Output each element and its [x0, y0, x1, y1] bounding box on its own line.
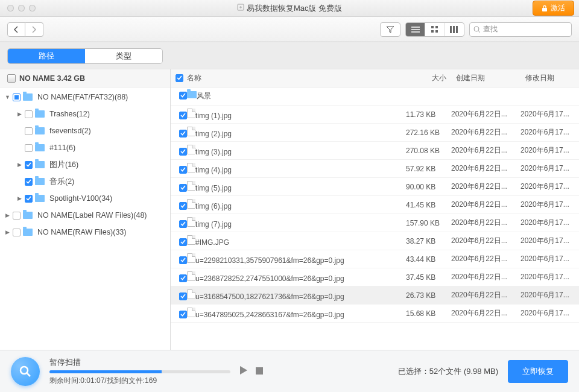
file-row[interactable]: u=3168547500,1827621736&fm=26&gp=0.jpg26…: [171, 286, 579, 305]
folder-icon: [23, 229, 33, 236]
tree-node[interactable]: ▶Spotlight-V100(34): [0, 190, 170, 207]
tree-checkbox[interactable]: [25, 161, 33, 169]
col-name[interactable]: 名称: [171, 73, 406, 83]
file-icon: [187, 181, 195, 191]
expand-icon[interactable]: ▶: [17, 111, 22, 117]
tree-node[interactable]: ▼NO NAME(FAT/FAT32)(88): [0, 89, 170, 106]
tree-checkbox[interactable]: [13, 229, 21, 236]
expand-icon[interactable]: ▼: [5, 94, 10, 100]
tree-checkbox[interactable]: [25, 195, 33, 203]
folder-icon: [187, 91, 197, 98]
forward-button[interactable]: [25, 22, 43, 37]
tree-checkbox[interactable]: [25, 110, 33, 118]
file-row[interactable]: timg (7).jpg157.90 KB2020年6月22日...2020年6…: [171, 214, 579, 232]
search-icon: [473, 26, 481, 33]
columns-icon: [450, 26, 458, 33]
col-size[interactable]: 大小: [406, 73, 451, 83]
row-checkbox[interactable]: [179, 238, 187, 246]
tab-path[interactable]: 路径: [8, 49, 85, 63]
file-create-date: 2020年6月22日...: [451, 109, 520, 119]
row-checkbox[interactable]: [179, 274, 187, 282]
drive-header[interactable]: NO NAME 3.42 GB: [0, 69, 170, 87]
file-row[interactable]: timg (1).jpg11.73 KB2020年6月22日...2020年6月…: [171, 106, 579, 124]
select-all-checkbox[interactable]: [176, 74, 183, 82]
col-modify-date[interactable]: 修改日期: [520, 73, 579, 83]
file-row[interactable]: timg (5).jpg90.00 KB2020年6月22日...2020年6月…: [171, 178, 579, 196]
row-checkbox[interactable]: [179, 311, 187, 318]
file-row[interactable]: timg (6).jpg41.45 KB2020年6月22日...2020年6月…: [171, 196, 579, 214]
file-row[interactable]: u=2368728252,2747551000&fm=26&gp=0.jpg37…: [171, 268, 579, 286]
tree-node[interactable]: #111(6): [0, 139, 170, 156]
file-row[interactable]: #IMG.JPG38.27 KB2020年6月22日...2020年6月17..…: [171, 232, 579, 250]
folder-icon: [23, 212, 33, 219]
file-row[interactable]: timg (3).jpg270.08 KB2020年6月22日...2020年6…: [171, 142, 579, 160]
row-checkbox[interactable]: [179, 166, 187, 174]
tree-node[interactable]: ▶Trashes(12): [0, 106, 170, 122]
row-checkbox[interactable]: [179, 184, 187, 192]
row-checkbox[interactable]: [179, 292, 187, 300]
back-button[interactable]: [7, 22, 25, 37]
svg-point-10: [21, 367, 28, 374]
toolbar: 查找: [0, 17, 579, 42]
file-modify-date: 2020年6月17...: [520, 236, 579, 246]
col-create-date[interactable]: 创建日期: [451, 73, 520, 83]
recover-button[interactable]: 立即恢复: [508, 360, 568, 383]
window-title: 易我数据恢复Mac版 免费版: [0, 3, 579, 14]
row-checkbox[interactable]: [179, 220, 187, 228]
file-icon: [187, 235, 195, 245]
row-checkbox[interactable]: [179, 202, 187, 210]
search-input[interactable]: 查找: [469, 22, 572, 37]
play-button[interactable]: [240, 366, 247, 377]
chevron-right-icon: [31, 27, 37, 33]
file-icon: [187, 109, 195, 118]
view-columns-button[interactable]: [445, 23, 464, 36]
activate-button[interactable]: 激活: [533, 1, 574, 16]
expand-icon[interactable]: ▶: [5, 229, 10, 235]
file-row[interactable]: timg (2).jpg272.16 KB2020年6月22日...2020年6…: [171, 124, 579, 142]
tree-label: Spotlight-V100(34): [49, 194, 112, 203]
tree-label: Trashes(12): [49, 110, 90, 118]
file-icon: [187, 253, 195, 263]
file-modify-date: 2020年6月17...: [520, 182, 579, 192]
tree-label: NO NAME(Label RAW Files)(48): [37, 211, 147, 220]
scan-icon[interactable]: [11, 357, 40, 386]
row-checkbox[interactable]: [179, 92, 187, 100]
tree-node[interactable]: 音乐(2): [0, 173, 170, 190]
tree-checkbox[interactable]: [25, 178, 33, 186]
file-modify-date: 2020年6月17...: [520, 163, 579, 174]
expand-icon[interactable]: ▶: [17, 162, 22, 168]
tree-checkbox[interactable]: [13, 93, 21, 101]
svg-rect-11: [256, 367, 263, 375]
expand-icon[interactable]: ▶: [5, 212, 10, 218]
tree-node[interactable]: ▶NO NAME(Label RAW Files)(48): [0, 207, 170, 224]
svg-rect-6: [450, 26, 452, 33]
view-list-button[interactable]: [406, 23, 425, 36]
file-create-date: 2020年6月22日...: [451, 163, 520, 174]
file-modify-date: 2020年6月17...: [520, 254, 579, 264]
tree-node[interactable]: ▶图片(16): [0, 156, 170, 173]
file-row[interactable]: timg (4).jpg57.92 KB2020年6月22日...2020年6月…: [171, 160, 579, 178]
file-row[interactable]: 风景: [171, 87, 579, 106]
row-checkbox[interactable]: [179, 112, 187, 119]
filter-button[interactable]: [380, 22, 400, 37]
row-checkbox[interactable]: [179, 148, 187, 156]
file-row[interactable]: u=3647895025,2428663167&fm=26&gp=0.jpg15…: [171, 305, 579, 323]
close-icon[interactable]: [7, 5, 14, 11]
view-grid-button[interactable]: [425, 23, 445, 36]
tree-checkbox[interactable]: [25, 127, 33, 135]
tab-type[interactable]: 类型: [85, 49, 162, 63]
stop-button[interactable]: [256, 366, 263, 377]
svg-rect-3: [435, 26, 438, 28]
row-checkbox[interactable]: [179, 130, 187, 138]
list-icon: [411, 27, 420, 33]
tree-node[interactable]: ▶NO NAME(RAW Files)(33): [0, 224, 170, 241]
file-row[interactable]: u=2298210331,3575907961&fm=26&gp=0.jpg43…: [171, 250, 579, 268]
scan-controls: [240, 366, 263, 377]
row-checkbox[interactable]: [179, 256, 187, 264]
tree-checkbox[interactable]: [25, 144, 33, 152]
maximize-icon[interactable]: [29, 5, 36, 11]
tree-checkbox[interactable]: [13, 212, 21, 220]
expand-icon[interactable]: ▶: [17, 195, 22, 201]
minimize-icon[interactable]: [18, 5, 25, 11]
tree-node[interactable]: fseventsd(2): [0, 122, 170, 139]
